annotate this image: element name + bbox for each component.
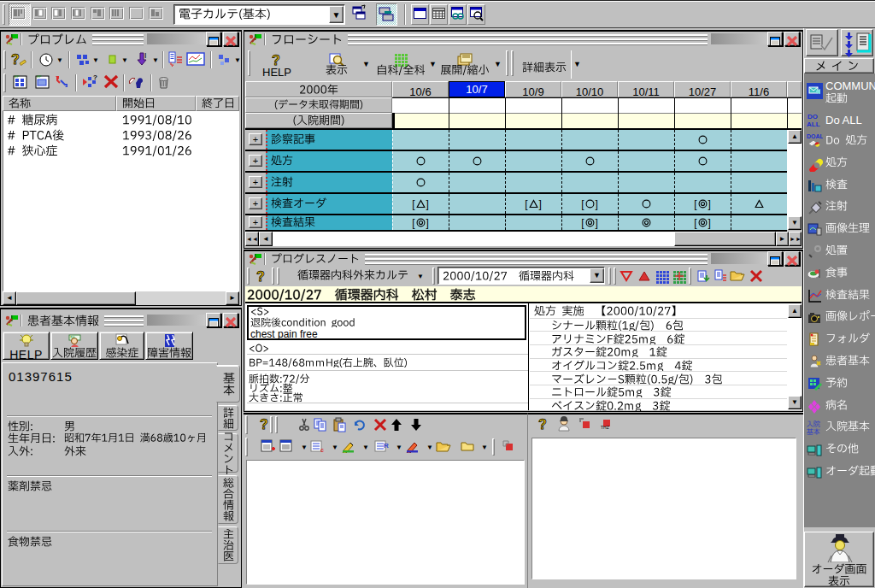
svg-text:?: ?: [260, 417, 268, 432]
svg-text:EP: EP: [15, 74, 20, 79]
svg-text:THZ: THZ: [601, 425, 609, 430]
svg-text:ALL: ALL: [807, 121, 820, 128]
svg-text:?: ?: [11, 52, 20, 67]
svg-text:DOALL: DOALL: [807, 133, 823, 139]
svg-text:c: c: [320, 447, 324, 453]
svg-text:ﾎｽﾋ: ﾎｽﾋ: [70, 335, 75, 339]
svg-text:?: ?: [538, 417, 547, 432]
svg-text:?: ?: [93, 74, 97, 81]
svg-text:I: I: [144, 51, 147, 60]
svg-text:R: R: [384, 442, 389, 450]
svg-text:?: ?: [256, 269, 265, 284]
svg-text:EP: EP: [37, 74, 42, 79]
svg-text:DO: DO: [807, 113, 818, 121]
